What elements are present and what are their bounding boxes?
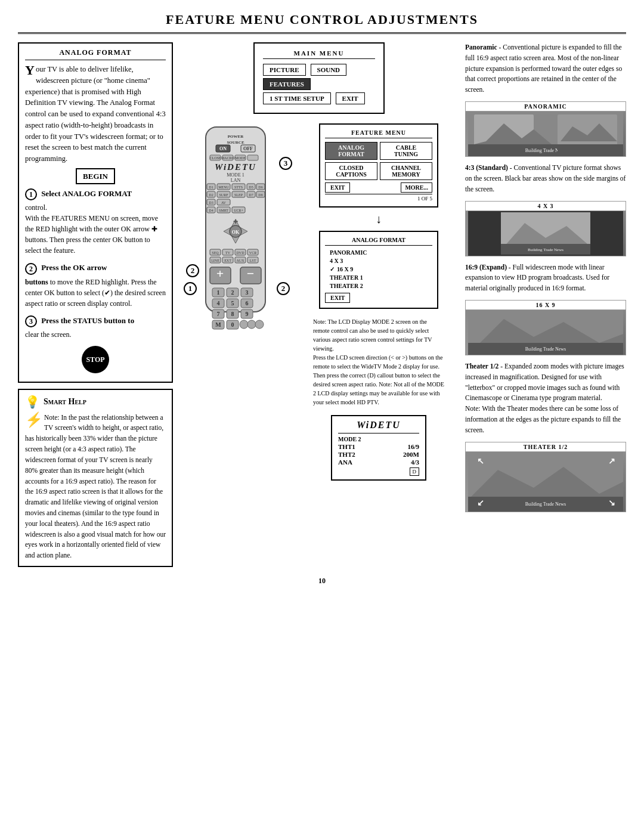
svg-text:LAN: LAN [231,178,241,183]
theater-description: Theater 1/2 - Expanded zoom modes with p… [465,361,626,436]
step-3-title: Press the STATUS button to [41,316,134,325]
svg-text:SMRT: SMRT [219,209,228,212]
arrow-down-1: ↓ [376,212,382,226]
step-3: 3 Press the STATUS button to clear the s… [25,315,166,340]
more-btn[interactable]: MORE... [401,182,432,193]
svg-text:1: 1 [217,289,220,296]
1st-time-setup-btn[interactable]: 1 ST TIME SETUP [263,92,331,104]
16x9-title: 16 X 9 [466,301,626,310]
svg-text:SEQ: SEQ [212,251,219,255]
cable-tuning-item[interactable]: CABLETUNING [380,142,432,160]
step-1: 1 Select ANALOG FORMAT control. With the… [25,188,166,256]
svg-text:2: 2 [231,289,234,296]
feature-exit-btn[interactable]: EXIT [325,182,350,193]
svg-text:7: 7 [217,311,220,317]
step-1-overlay: 1 [184,282,197,295]
lcd-brand: WiDETU [338,420,419,433]
svg-text:Building Trade News: Building Trade News [528,247,564,252]
analog-submenu-title: ANALOG FORMAT [325,237,432,246]
step-1-number: 1 [25,188,37,200]
step-2-overlay: 2 [186,264,199,277]
svg-text:OK: OK [232,230,240,235]
step-12-overlay: 2 [277,282,290,295]
svg-text:4: 4 [217,300,220,306]
svg-text:UCR+: UCR+ [234,209,243,212]
feature-menu-grid: ANALOGFORMAT CABLETUNING CLOSEDCAPTIONS … [325,142,432,180]
analog-format-item[interactable]: ANALOGFORMAT [325,142,377,160]
svg-text:DVD: DVD [237,251,245,255]
step-1-body: control. With the FEATURES MENU on scree… [25,202,166,256]
intro-text: Your TV is able to deliver lifelike, wid… [25,64,166,165]
svg-text:9: 9 [246,311,249,317]
page-number: 10 [18,577,626,586]
main-menu-diagram: MAIN MENU PICTURE SOUND FEATURES 1 ST TI… [253,42,385,114]
theater-title: THEATER 1/2 [466,442,626,452]
svg-text:CLOSE: CLOSE [209,156,221,160]
step-2-title: Press the OK arrow [41,263,107,272]
page-title: Feature Menu Control Adjustments [18,12,626,34]
svg-text:AUX: AUX [237,259,245,262]
16x9-option[interactable]: 16 X 9 [330,266,432,272]
svg-text:✚: ✚ [233,218,238,225]
diagrams-stack: FEATURE MENU ANALOGFORMAT CABLETUNING CL… [298,121,459,483]
lcd-row-tht2: THT2200M [338,451,419,458]
4x3-title: 4 X 3 [466,202,626,211]
analog-options: PANORAMIC 4 X 3 16 X 9 THEATER 1 THEATER… [325,249,432,289]
svg-text:STTS: STTS [234,185,243,189]
theater2-option[interactable]: THEATER 2 [330,283,432,289]
lcd-display-box: WiDETU MODE 2 THT116/9 THT2200M ANA4/3 D [331,415,426,481]
svg-text:SLEP: SLEP [234,193,243,197]
step-2-number: 2 [25,263,37,275]
svg-text:↙: ↙ [477,498,484,507]
smart-help-box: 💡 Smart Help ⚡ Note: In the past the rel… [18,389,173,567]
step-1-title: Select ANALOG FORMAT [41,189,132,198]
4x3-description: 4:3 (Standard) - Conventional TV picture… [465,163,626,194]
begin-badge: BEGIN [76,168,115,185]
right-column: Panoramic - Conventional picture is expa… [465,42,626,518]
panoramic-option[interactable]: PANORAMIC [330,249,432,256]
svg-text:MENU: MENU [218,185,229,189]
svg-text:Building Trade News: Building Trade News [525,346,566,352]
svg-text:+: + [216,266,224,281]
16x9-preview: 16 X 9 Building Trade News [465,300,626,355]
analog-format-header: Analog Format [25,48,166,60]
svg-text:↗: ↗ [608,457,615,466]
4x3-preview: 4 X 3 Building Trade News [465,201,626,256]
16x9-img: Building Trade News [466,310,626,355]
lcd-mode: MODE 2 [338,436,419,442]
sound-btn[interactable]: SOUND [311,64,347,76]
svg-text:LINE: LINE [211,259,219,262]
svg-text:SOURCE: SOURCE [227,140,244,145]
smart-help-body: ⚡ Note: In the past the relationship bet… [25,413,166,561]
closed-captions-item[interactable]: CLOSEDCAPTIONS [325,162,377,180]
svg-point-97 [247,320,256,329]
left-column: Analog Format Your TV is able to deliver… [18,42,173,567]
bulb-icon: 💡 [25,395,40,409]
remote-illustration: 3 POWER SOURCE ON OFF [179,121,292,350]
channel-memory-item[interactable]: CHANNELMEMORY [380,162,432,180]
stop-badge: STOP [82,346,109,373]
16x9-description: 16:9 (Expand) - Full widescreen mode wit… [465,262,626,294]
picture-btn[interactable]: PICTURE [263,64,306,76]
exit-btn[interactable]: EXIT [336,92,365,104]
svg-text:MODE: MODE [235,156,246,160]
svg-text:ON: ON [219,146,227,151]
svg-text:MACRO: MACRO [221,156,235,160]
center-note: Note: The LCD Display MODE 2 screen on t… [313,317,444,407]
svg-text:D1: D1 [209,185,213,189]
svg-text:AV: AV [221,201,227,205]
svg-text:D4: D4 [209,209,213,212]
4x3-option[interactable]: 4 X 3 [330,258,432,264]
features-btn[interactable]: FEATURES [263,78,311,90]
step-3-number: 3 [25,315,37,327]
smart-help-title: Smart Help [44,397,86,407]
step-2-body: buttons to move the RED highlight. Press… [25,277,166,309]
svg-text:WiDETU: WiDETU [215,162,256,172]
analog-exit-btn[interactable]: EXIT [325,293,350,303]
feature-menu-title: FEATURE MENU [325,129,432,138]
svg-text:D7: D7 [249,193,253,197]
theater1-option[interactable]: THEATER 1 [330,274,432,281]
step-2: 2 Press the OK arrow buttons to move the… [25,262,166,308]
svg-text:D2: D2 [209,193,213,197]
svg-text:↘: ↘ [608,498,615,507]
